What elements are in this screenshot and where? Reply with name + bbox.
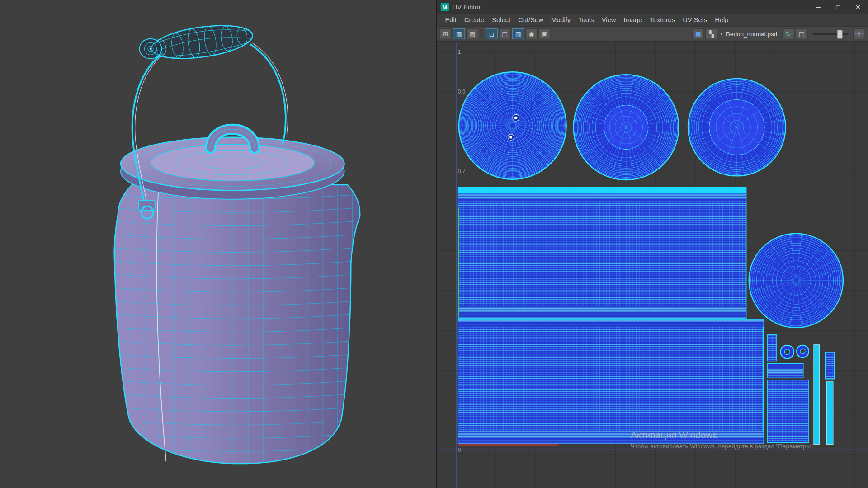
uv-shell-lid-cap[interactable] (459, 72, 566, 179)
menu-select[interactable]: Select (488, 16, 514, 24)
minimize-button[interactable]: ─ (808, 0, 828, 14)
menu-uv-sets[interactable]: UV Sets (679, 16, 711, 24)
menu-textures[interactable]: Textures (646, 16, 679, 24)
menu-help[interactable]: Help (711, 16, 732, 24)
uv-snapshot-icon[interactable]: ▣ (538, 28, 551, 39)
border-edges-icon[interactable]: ◻ (486, 28, 498, 39)
menu-cut-sew[interactable]: Cut/Sew (514, 16, 547, 24)
screen: M UV Editor ─ □ ✕ Edit Create Select Cut… (0, 0, 868, 488)
maya-logo-icon: M (441, 3, 449, 11)
isolate-toggle-icon[interactable]: ⊣⊢ (853, 28, 865, 39)
menu-tools[interactable]: Tools (575, 16, 598, 24)
menu-image[interactable]: Image (620, 16, 646, 24)
pixel-snap-icon[interactable]: ◉ (525, 28, 538, 39)
uv-shell-body-upper[interactable] (458, 187, 746, 318)
svg-text:1: 1 (458, 49, 461, 55)
reload-texture-icon[interactable]: ↻ (782, 28, 794, 39)
menu-edit[interactable]: Edit (441, 16, 460, 24)
checker-map-icon[interactable]: ▚ (705, 28, 717, 39)
layout-four-view-icon[interactable]: ⊞ (439, 28, 452, 39)
uv-shell-bottom-cap[interactable] (749, 234, 843, 328)
menubar: Edit Create Select Cut/Sew Modify Tools … (437, 14, 868, 27)
texture-name-label[interactable]: Bedon_normal.psd (726, 30, 777, 37)
texture-dropdown-caret[interactable]: ▾ (720, 31, 723, 37)
uv-shell-rim-ring[interactable] (688, 79, 786, 176)
close-button[interactable]: ✕ (848, 0, 868, 14)
milk-can-model (0, 0, 436, 488)
texture-image-display-icon[interactable]: ▨ (466, 28, 478, 39)
window-controls: ─ □ ✕ (808, 0, 868, 14)
svg-text:0: 0 (458, 447, 461, 453)
menu-modify[interactable]: Modify (547, 16, 574, 24)
texture-toggle-icon[interactable]: ▩ (692, 28, 704, 39)
can-body[interactable] (114, 184, 360, 464)
grid-display-icon[interactable]: ▦ (512, 28, 524, 39)
menu-view[interactable]: View (598, 16, 620, 24)
uv-shell-lid-underside[interactable] (574, 75, 679, 180)
toolbar: ⊞ ▦ ▨ ◻ ◫ ▦ ◉ ▣ ▩ ▚ ▾ Bedon_normal.psd ↻… (437, 27, 868, 42)
viewport-3d[interactable] (0, 0, 436, 488)
slider-handle[interactable] (837, 30, 842, 39)
uv-shell-body-lower[interactable] (458, 320, 764, 445)
uv-canvas-svg: 1 0.9 0.8 0.7 0.6 0.5 0.4 0.3 0.2 0.1 0 (437, 42, 868, 488)
svg-text:0.9: 0.9 (458, 89, 466, 95)
bake-texture-icon[interactable]: ▤ (796, 28, 808, 39)
titlebar[interactable]: M UV Editor ─ □ ✕ (437, 0, 868, 14)
uv-canvas[interactable]: 1 0.9 0.8 0.7 0.6 0.5 0.4 0.3 0.2 0.1 0 (437, 42, 868, 488)
uv-editor-window: M UV Editor ─ □ ✕ Edit Create Select Cut… (436, 0, 868, 488)
menu-create[interactable]: Create (460, 16, 488, 24)
exposure-slider[interactable] (813, 33, 848, 35)
maximize-button[interactable]: □ (828, 0, 848, 14)
window-title: UV Editor (452, 3, 808, 11)
toolbar-separator (481, 29, 482, 38)
uv-shaded-display-icon[interactable]: ▦ (453, 28, 465, 39)
tile-outline-icon[interactable]: ◫ (499, 28, 511, 39)
svg-text:0.7: 0.7 (458, 168, 466, 174)
